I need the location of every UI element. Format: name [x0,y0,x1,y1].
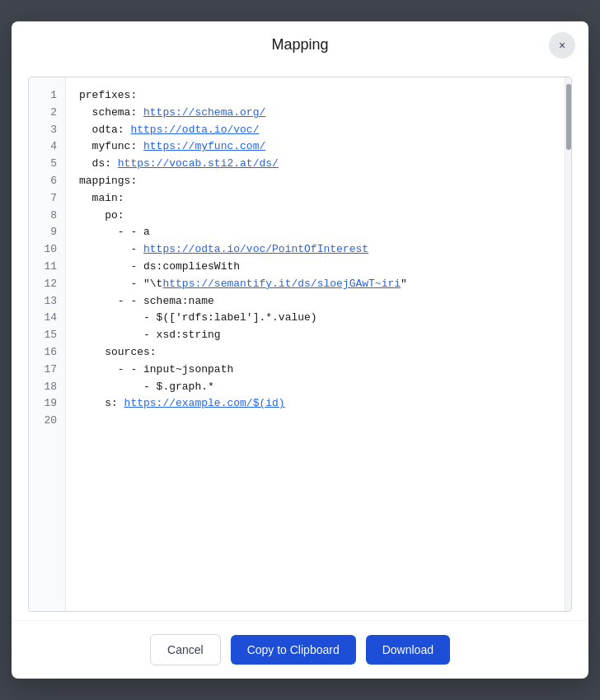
scrollbar-thumb[interactable] [566,84,571,150]
line-number: 12 [29,276,65,293]
code-link[interactable]: https://odta.io/voc/ [130,124,259,136]
line-number: 14 [29,310,65,327]
line-number: 17 [29,362,65,379]
code-line: po: [79,208,551,225]
line-number: 15 [29,327,65,344]
line-number: 4 [29,138,65,156]
code-line: myfunc: https://myfunc.com/ [79,138,551,156]
code-line: prefixes: [79,87,551,105]
code-line: - https://odta.io/voc/PointOfInterest [79,241,551,259]
code-line: sources: [79,344,551,362]
line-number: 16 [29,344,65,362]
code-line: - - input~jsonpath [79,362,551,379]
mapping-modal: Mapping × 123456789101112131415161718192… [12,21,588,679]
line-numbers: 1234567891011121314151617181920 [29,77,66,611]
code-line: - xsd:string [79,327,551,344]
download-button[interactable]: Download [366,635,450,665]
line-number: 18 [29,379,65,396]
cancel-button[interactable]: Cancel [150,634,221,665]
copy-to-clipboard-button[interactable]: Copy to Clipboard [231,635,356,665]
line-number: 6 [29,173,65,190]
modal-footer: Cancel Copy to Clipboard Download [12,620,588,679]
code-link[interactable]: https://odta.io/voc/PointOfInterest [143,243,368,255]
code-line: - "\thttps://semantify.it/ds/sloejGAwT~i… [79,276,551,293]
scrollbar-track[interactable] [565,77,571,611]
code-line: ds: https://vocab.sti2.at/ds/ [79,156,551,173]
line-number: 1 [29,87,65,105]
code-content[interactable]: prefixes: schema: https://schema.org/ od… [66,77,565,611]
line-number: 2 [29,105,65,122]
line-number: 8 [29,208,65,225]
code-line: - ds:compliesWith [79,259,551,276]
code-line: mappings: [79,173,551,190]
modal-overlay: Mapping × 123456789101112131415161718192… [0,0,600,700]
code-line: s: https://example.com/$(id) [79,395,551,413]
code-link[interactable]: https://semantify.it/ds/sloejGAwT~iri [162,278,401,290]
modal-body: 1234567891011121314151617181920 prefixes… [12,68,588,620]
line-number: 5 [29,156,65,173]
line-number: 19 [29,395,65,413]
line-number: 11 [29,259,65,276]
line-number: 20 [29,413,65,430]
code-line: - $.graph.* [79,379,551,396]
code-line: odta: https://odta.io/voc/ [79,122,551,139]
code-line: main: [79,190,551,208]
code-line: schema: https://schema.org/ [79,105,551,122]
close-button[interactable]: × [549,32,575,58]
code-line: - - a [79,224,551,241]
line-number: 13 [29,293,65,310]
code-link[interactable]: https://vocab.sti2.at/ds/ [118,157,279,170]
code-link[interactable]: https://schema.org/ [143,106,265,119]
line-number: 3 [29,122,65,139]
line-number: 10 [29,241,65,259]
line-number: 7 [29,190,65,208]
code-link[interactable]: https://myfunc.com/ [143,140,265,152]
code-container: 1234567891011121314151617181920 prefixes… [28,77,572,612]
modal-title: Mapping [271,36,328,54]
code-line: - $(['rdfs:label'].*.value) [79,310,551,327]
modal-header: Mapping × [12,21,588,68]
line-number: 9 [29,224,65,241]
code-line: - - schema:name [79,293,551,310]
code-link[interactable]: https://example.com/$(id) [124,397,285,409]
